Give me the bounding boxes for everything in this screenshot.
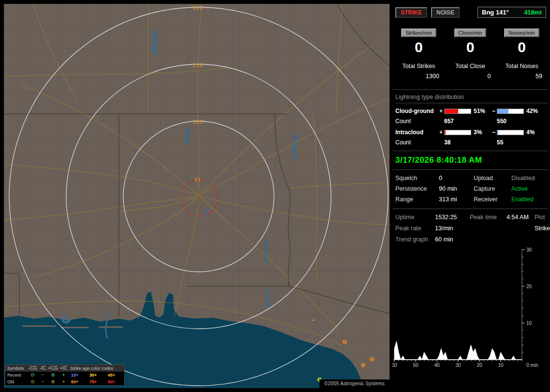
svg-text:50: 50 [413, 363, 419, 368]
noises-per-min-button[interactable]: Noises/min [504, 28, 539, 37]
cg-positive-bar [444, 109, 471, 114]
cg-negative-percent: 42% [524, 108, 546, 114]
minus-sign: − [491, 108, 497, 114]
peak-time-label: Peak time [470, 214, 507, 221]
control-panel: STRIKE NOISE Bng 141° 418mi Strikes/min … [392, 4, 548, 388]
uptime-value: 1532:25 [435, 214, 470, 221]
count-label: Count [395, 118, 438, 125]
cg-positive-count: 657 [444, 118, 471, 125]
count-label: Count [395, 139, 438, 146]
legend-header: Symbols-CG-IC+CG+ICStrike age color code… [5, 365, 124, 372]
squelch-value: 0 [439, 175, 474, 182]
ic-positive-percent: 3% [471, 129, 491, 136]
ic-negative-count: 55 [497, 139, 524, 146]
peak-rate-value: 13/min [435, 225, 470, 232]
cg-positive-percent: 51% [471, 108, 491, 114]
strike-mode-button[interactable]: STRIKE [395, 7, 427, 18]
receiver-status: Enabled [511, 196, 546, 203]
ic-negative-percent: 4% [524, 129, 546, 136]
legend-symbol-icon: ⊕ [48, 373, 58, 378]
trend-graph-period: 60 min [435, 236, 470, 243]
legend-symbol-icon: − [38, 373, 48, 378]
upload-label: Upload [474, 175, 511, 182]
cg-negative-count: 550 [497, 118, 524, 125]
svg-text:60: 60 [392, 363, 397, 368]
squelch-label: Squelch [395, 175, 439, 182]
symbol-legend: Symbols-CG-IC+CG+ICStrike age color code… [5, 364, 125, 386]
noise-mode-button[interactable]: NOISE [431, 7, 460, 18]
uptime-label: Uptime [395, 214, 435, 221]
total-close-value: 0 [447, 73, 494, 80]
upload-status: Disabled [511, 175, 546, 182]
trend-graph-label: Trend graph [395, 236, 435, 243]
receiver-label: Receiver [474, 196, 511, 203]
total-strikes-label: Total Strikes [395, 63, 442, 70]
section-divider [392, 209, 548, 209]
total-strikes-value: 1300 [395, 73, 442, 80]
cg-negative-bar [497, 109, 524, 114]
legend-symbol-icon: + [58, 373, 69, 378]
strikes-per-min-button[interactable]: Strikes/min [401, 28, 436, 37]
peak-time-value: 4:54 AM [507, 214, 535, 221]
svg-text:30: 30 [526, 247, 532, 252]
rate-counters: Strikes/min 0 Total Strikes 1300 Close/m… [395, 28, 545, 80]
bearing-indicator: Bng 141° 418mi [478, 7, 546, 18]
legend-symbol-icon: ⊖ [28, 379, 38, 384]
svg-text:20: 20 [477, 363, 482, 368]
svg-text:10: 10 [526, 321, 532, 326]
lightning-map[interactable]: 31321912531⊖⊖⊖⊖− Symbols-CG-IC+CG+ICStri… [4, 4, 390, 388]
svg-text:20: 20 [526, 284, 532, 289]
total-close-label: Total Close [447, 63, 494, 70]
copyright-notice: ©2005 Astrogenic Systems [319, 379, 390, 388]
capture-status: Active [511, 185, 546, 192]
legend-symbol-icon: ⊖ [28, 373, 38, 378]
bearing-value: Bng 141° [482, 9, 509, 16]
svg-text:30: 30 [455, 363, 461, 368]
cloud-ground-row: Cloud-ground + 51% − 42% [395, 108, 546, 114]
cloud-ground-count-row: Count 657 550 [395, 118, 546, 125]
total-noises-value: 59 [498, 73, 545, 80]
receiver-location-marker [198, 196, 200, 198]
strikes-per-min-value: 0 [395, 39, 442, 56]
intracloud-row: Intracloud + 3% − 4% [395, 129, 546, 136]
section-divider [392, 151, 548, 151]
mode-toolbar: STRIKE NOISE Bng 141° 418mi [395, 7, 546, 18]
ic-negative-bar [497, 130, 524, 135]
legend-symbol-icon: + [58, 379, 69, 384]
strike-trend-chart: 3020106050403020100 min [392, 247, 548, 371]
total-noises-label: Total Noises [498, 63, 545, 70]
bearing-distance: 418mi [524, 9, 542, 16]
plus-sign: + [438, 108, 444, 114]
close-per-min-value: 0 [447, 39, 494, 56]
legend-symbol-icon: − [38, 379, 48, 384]
capture-label: Capture [474, 185, 511, 192]
map-canvas [4, 4, 390, 388]
cloud-ground-label: Cloud-ground [395, 108, 438, 114]
distribution-title: Lightning type distribution [395, 94, 548, 103]
legend-row: Old⊖−⊕+60+75+90+ [5, 378, 124, 385]
intracloud-count-row: Count 38 55 [395, 139, 546, 146]
current-datetime: 3/17/2026 8:40:18 AM [395, 155, 548, 165]
legend-row: Recent⊖−⊕+15+30+45+ [5, 372, 124, 378]
minus-sign: − [491, 129, 497, 136]
persistence-value: 90 min [439, 185, 474, 192]
section-divider [392, 169, 548, 170]
ic-positive-count: 38 [444, 139, 471, 146]
ic-positive-bar [444, 130, 471, 135]
peak-rate-label: Peak rate [395, 225, 435, 232]
close-per-min-button[interactable]: Close/min [454, 28, 487, 37]
legend-symbol-icon: ⊕ [48, 379, 58, 384]
range-value: 313 mi [439, 196, 474, 203]
settings-table: Squelch 0 Upload Disabled Persistence 90… [395, 175, 546, 203]
section-divider [392, 89, 548, 90]
intracloud-label: Intracloud [395, 129, 438, 136]
plot-value: Strike [535, 225, 550, 232]
svg-text:10: 10 [498, 363, 504, 368]
persistence-label: Persistence [395, 185, 439, 192]
svg-text:0 min: 0 min [526, 363, 538, 368]
range-label: Range [395, 196, 439, 203]
plus-sign: + [438, 129, 444, 136]
noises-per-min-value: 0 [498, 39, 545, 56]
svg-text:40: 40 [434, 363, 440, 368]
statistics-table: Uptime 1532:25 Peak time 4:54 AM Plot Pe… [395, 214, 546, 243]
